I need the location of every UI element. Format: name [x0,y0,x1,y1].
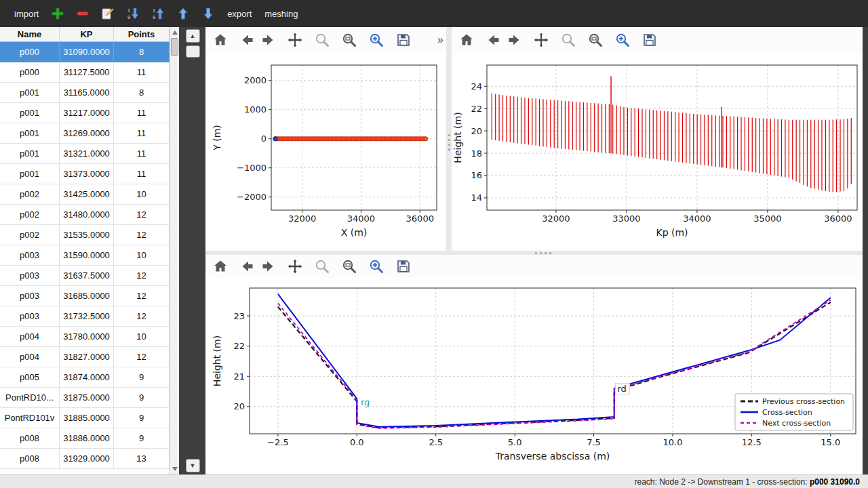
table-cell: p002 [0,225,60,245]
pan-icon [287,258,303,274]
zoom-plus-button[interactable] [366,256,387,277]
pan-button[interactable] [530,30,552,50]
zoom-plus-button[interactable] [366,30,387,50]
table-row[interactable]: p00031127.500011 [0,62,170,83]
back-button[interactable] [237,30,258,50]
forward-button[interactable] [503,30,525,50]
cross-section-table: Name KP Points p00031090.00008p00031127.… [0,27,170,474]
table-cell: 9 [114,428,170,449]
table-row[interactable]: p00331637.500012 [0,266,170,286]
svg-text:10.0: 10.0 [663,437,682,447]
edit-cross-section-button[interactable] [100,5,116,22]
table-row[interactable]: p00231480.000012 [0,205,170,225]
arrow-up-icon [176,7,190,20]
save-button[interactable] [393,30,414,50]
table-row[interactable]: p00531874.00009 [0,367,170,388]
horizontal-splitter[interactable] [205,251,863,255]
table-cell: p002 [0,205,60,225]
table-row[interactable]: PontRD10...31875.00009 [0,388,170,408]
pan-button[interactable] [284,30,306,50]
home-button[interactable] [210,30,231,50]
sort-ascending-button[interactable] [150,5,166,22]
table-cell: 9 [114,408,170,428]
zoom-rect-button[interactable] [338,256,360,277]
save-button[interactable] [393,256,414,277]
svg-text:32000: 32000 [288,214,316,224]
column-header-points[interactable]: Points [114,27,170,41]
back-button[interactable] [483,30,505,50]
table-row[interactable]: p00231535.000012 [0,225,170,245]
table-cell: p000 [0,62,60,83]
table-row[interactable]: PontRD101v31885.00009 [0,408,170,428]
sort-ascending-icon [151,7,165,20]
table-cell: 31535.0000 [60,225,114,245]
forward-icon [506,32,522,48]
meshing-button[interactable]: meshing [262,6,300,22]
svg-text:Transverse abscissa (m): Transverse abscissa (m) [495,451,610,462]
table-cell: PontRD10... [0,388,60,408]
plot-legend: Previous cross-sectionCross-sectionNext … [735,394,853,430]
plan-plot[interactable]: 320003400036000200010000−1000−2000X (m)Y… [205,53,446,249]
pan-button[interactable] [284,256,306,277]
table-row[interactable]: p00831886.00009 [0,428,170,449]
move-up-button[interactable] [175,5,191,22]
svg-text:34000: 34000 [347,214,375,224]
table-row[interactable]: p00431780.000010 [0,327,170,347]
home-button[interactable] [456,30,477,50]
table-row[interactable]: p00131165.00008 [0,83,170,103]
svg-text:2000: 2000 [244,75,267,85]
zoom-plus-icon [368,258,384,274]
zoom-plus-button[interactable] [612,30,633,50]
table-row[interactable]: p00131373.000011 [0,164,170,184]
table-cell: p002 [0,184,60,205]
table-scrollbar-thumb[interactable] [171,38,178,56]
table-row[interactable]: p00131269.000011 [0,123,170,144]
zoom-button[interactable] [557,30,579,50]
table-row[interactable]: p00031090.00008 [0,42,170,62]
remove-cross-section-button[interactable] [75,5,91,22]
panel-scrollbar[interactable]: ▲ ▼ [184,27,201,474]
save-button[interactable] [639,30,660,50]
table-row[interactable]: p00331685.000012 [0,286,170,306]
panel-scrollbar-thumb[interactable] [186,45,200,58]
table-row[interactable]: p00431827.000012 [0,347,170,367]
zoom-rect-button[interactable] [585,30,606,50]
svg-text:7.5: 7.5 [587,437,601,447]
zoom-button[interactable] [311,256,333,277]
scroll-down-icon[interactable] [172,467,178,471]
add-cross-section-button[interactable] [50,5,66,22]
move-down-button[interactable] [200,5,216,22]
table-cell: p008 [0,428,60,449]
scroll-down-button[interactable]: ▼ [186,459,200,472]
home-button[interactable] [210,256,231,277]
cross-section-plot[interactable]: −2.50.02.55.07.510.012.515.020212223Tran… [205,278,863,474]
column-header-name[interactable]: Name [0,27,60,41]
back-button[interactable] [237,256,258,277]
svg-text:24: 24 [471,81,482,92]
export-button[interactable]: export [225,6,254,22]
table-scrollbar[interactable] [170,27,179,474]
zoom-rect-button[interactable] [338,30,360,50]
longitudinal-plot[interactable]: 3200033000340003500036000141618202224Kp … [452,53,863,249]
toolbar-overflow-button[interactable]: » [437,35,443,45]
scroll-up-icon[interactable] [172,30,178,35]
home-icon [458,32,475,48]
import-button[interactable]: import [12,6,41,22]
table-row[interactable]: p00131321.000011 [0,144,170,164]
scroll-up-button[interactable]: ▲ [186,29,200,43]
forward-button[interactable] [257,30,279,50]
table-row[interactable]: p00231425.000010 [0,184,170,205]
column-header-kp[interactable]: KP [60,27,114,41]
table-row[interactable]: p00331590.000010 [0,245,170,266]
svg-text:2.5: 2.5 [429,437,443,447]
vertical-splitter[interactable] [446,27,452,251]
table-row[interactable]: p00331732.500012 [0,306,170,327]
table-row[interactable]: p00831929.000013 [0,449,170,469]
zoom-button[interactable] [311,30,333,50]
sort-descending-button[interactable] [125,5,141,22]
table-cell: 12 [114,306,170,327]
table-row[interactable]: p00131217.000011 [0,103,170,123]
forward-button[interactable] [257,256,279,277]
save-icon [395,258,412,274]
app-window: { "app": { "toolbar": { "import_label": … [0,0,868,488]
